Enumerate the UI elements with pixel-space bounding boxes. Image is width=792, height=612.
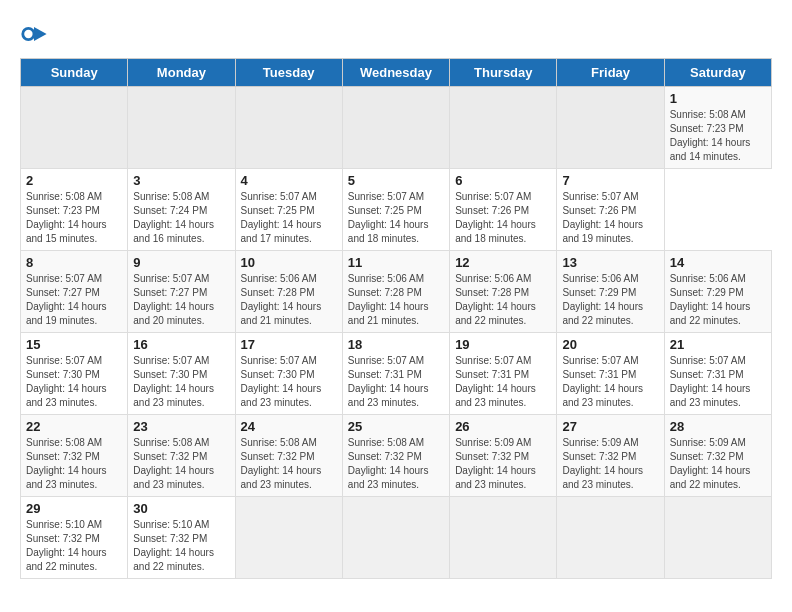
- day-info: Sunrise: 5:06 AMSunset: 7:28 PMDaylight:…: [241, 272, 337, 328]
- header: [20, 20, 772, 48]
- calendar-header: SundayMondayTuesdayWednesdayThursdayFrid…: [21, 59, 772, 87]
- day-info: Sunrise: 5:09 AMSunset: 7:32 PMDaylight:…: [670, 436, 766, 492]
- day-info: Sunrise: 5:07 AMSunset: 7:31 PMDaylight:…: [670, 354, 766, 410]
- calendar-cell: 14Sunrise: 5:06 AMSunset: 7:29 PMDayligh…: [664, 251, 771, 333]
- calendar-table: SundayMondayTuesdayWednesdayThursdayFrid…: [20, 58, 772, 579]
- header-day: Saturday: [664, 59, 771, 87]
- day-number: 2: [26, 173, 122, 188]
- day-info: Sunrise: 5:06 AMSunset: 7:28 PMDaylight:…: [348, 272, 444, 328]
- calendar-cell: 27Sunrise: 5:09 AMSunset: 7:32 PMDayligh…: [557, 415, 664, 497]
- day-info: Sunrise: 5:08 AMSunset: 7:24 PMDaylight:…: [133, 190, 229, 246]
- day-info: Sunrise: 5:09 AMSunset: 7:32 PMDaylight:…: [562, 436, 658, 492]
- day-info: Sunrise: 5:08 AMSunset: 7:32 PMDaylight:…: [348, 436, 444, 492]
- calendar-cell: [342, 87, 449, 169]
- calendar-cell: 5Sunrise: 5:07 AMSunset: 7:25 PMDaylight…: [342, 169, 449, 251]
- calendar-cell: 22Sunrise: 5:08 AMSunset: 7:32 PMDayligh…: [21, 415, 128, 497]
- day-info: Sunrise: 5:07 AMSunset: 7:30 PMDaylight:…: [26, 354, 122, 410]
- day-info: Sunrise: 5:08 AMSunset: 7:32 PMDaylight:…: [241, 436, 337, 492]
- day-info: Sunrise: 5:07 AMSunset: 7:25 PMDaylight:…: [241, 190, 337, 246]
- day-info: Sunrise: 5:06 AMSunset: 7:29 PMDaylight:…: [562, 272, 658, 328]
- calendar-cell: 20Sunrise: 5:07 AMSunset: 7:31 PMDayligh…: [557, 333, 664, 415]
- day-number: 24: [241, 419, 337, 434]
- day-number: 17: [241, 337, 337, 352]
- day-number: 7: [562, 173, 658, 188]
- calendar-cell: [450, 497, 557, 579]
- day-number: 19: [455, 337, 551, 352]
- calendar-cell: 7Sunrise: 5:07 AMSunset: 7:26 PMDaylight…: [557, 169, 664, 251]
- day-info: Sunrise: 5:08 AMSunset: 7:23 PMDaylight:…: [670, 108, 766, 164]
- calendar-cell: [21, 87, 128, 169]
- calendar-cell: [557, 87, 664, 169]
- calendar-week: 29Sunrise: 5:10 AMSunset: 7:32 PMDayligh…: [21, 497, 772, 579]
- calendar-cell: 24Sunrise: 5:08 AMSunset: 7:32 PMDayligh…: [235, 415, 342, 497]
- day-number: 25: [348, 419, 444, 434]
- day-number: 14: [670, 255, 766, 270]
- header-day: Monday: [128, 59, 235, 87]
- day-number: 18: [348, 337, 444, 352]
- day-info: Sunrise: 5:07 AMSunset: 7:26 PMDaylight:…: [455, 190, 551, 246]
- day-info: Sunrise: 5:07 AMSunset: 7:31 PMDaylight:…: [562, 354, 658, 410]
- day-number: 13: [562, 255, 658, 270]
- calendar-cell: 17Sunrise: 5:07 AMSunset: 7:30 PMDayligh…: [235, 333, 342, 415]
- day-info: Sunrise: 5:06 AMSunset: 7:29 PMDaylight:…: [670, 272, 766, 328]
- calendar-cell: [235, 87, 342, 169]
- header-day: Thursday: [450, 59, 557, 87]
- calendar-week: 2Sunrise: 5:08 AMSunset: 7:23 PMDaylight…: [21, 169, 772, 251]
- calendar-cell: 15Sunrise: 5:07 AMSunset: 7:30 PMDayligh…: [21, 333, 128, 415]
- day-number: 11: [348, 255, 444, 270]
- svg-marker-2: [34, 27, 47, 41]
- day-number: 20: [562, 337, 658, 352]
- calendar-cell: 30Sunrise: 5:10 AMSunset: 7:32 PMDayligh…: [128, 497, 235, 579]
- calendar-cell: 3Sunrise: 5:08 AMSunset: 7:24 PMDaylight…: [128, 169, 235, 251]
- day-number: 22: [26, 419, 122, 434]
- day-info: Sunrise: 5:07 AMSunset: 7:30 PMDaylight:…: [133, 354, 229, 410]
- day-number: 26: [455, 419, 551, 434]
- header-row: SundayMondayTuesdayWednesdayThursdayFrid…: [21, 59, 772, 87]
- calendar-body: 1Sunrise: 5:08 AMSunset: 7:23 PMDaylight…: [21, 87, 772, 579]
- day-number: 1: [670, 91, 766, 106]
- calendar-cell: [450, 87, 557, 169]
- day-info: Sunrise: 5:07 AMSunset: 7:27 PMDaylight:…: [133, 272, 229, 328]
- day-number: 8: [26, 255, 122, 270]
- header-day: Sunday: [21, 59, 128, 87]
- day-info: Sunrise: 5:07 AMSunset: 7:25 PMDaylight:…: [348, 190, 444, 246]
- day-number: 9: [133, 255, 229, 270]
- day-number: 29: [26, 501, 122, 516]
- header-day: Wednesday: [342, 59, 449, 87]
- calendar-cell: 18Sunrise: 5:07 AMSunset: 7:31 PMDayligh…: [342, 333, 449, 415]
- day-number: 16: [133, 337, 229, 352]
- calendar-cell: [342, 497, 449, 579]
- day-number: 10: [241, 255, 337, 270]
- day-number: 21: [670, 337, 766, 352]
- calendar-week: 8Sunrise: 5:07 AMSunset: 7:27 PMDaylight…: [21, 251, 772, 333]
- day-number: 4: [241, 173, 337, 188]
- calendar-cell: 19Sunrise: 5:07 AMSunset: 7:31 PMDayligh…: [450, 333, 557, 415]
- day-info: Sunrise: 5:07 AMSunset: 7:26 PMDaylight:…: [562, 190, 658, 246]
- calendar-cell: 13Sunrise: 5:06 AMSunset: 7:29 PMDayligh…: [557, 251, 664, 333]
- day-number: 6: [455, 173, 551, 188]
- calendar-cell: 25Sunrise: 5:08 AMSunset: 7:32 PMDayligh…: [342, 415, 449, 497]
- calendar-week: 1Sunrise: 5:08 AMSunset: 7:23 PMDaylight…: [21, 87, 772, 169]
- calendar-cell: 26Sunrise: 5:09 AMSunset: 7:32 PMDayligh…: [450, 415, 557, 497]
- calendar-cell: 10Sunrise: 5:06 AMSunset: 7:28 PMDayligh…: [235, 251, 342, 333]
- calendar-cell: 2Sunrise: 5:08 AMSunset: 7:23 PMDaylight…: [21, 169, 128, 251]
- day-number: 15: [26, 337, 122, 352]
- calendar-cell: 11Sunrise: 5:06 AMSunset: 7:28 PMDayligh…: [342, 251, 449, 333]
- calendar-week: 15Sunrise: 5:07 AMSunset: 7:30 PMDayligh…: [21, 333, 772, 415]
- calendar-cell: 1Sunrise: 5:08 AMSunset: 7:23 PMDaylight…: [664, 87, 771, 169]
- day-info: Sunrise: 5:06 AMSunset: 7:28 PMDaylight:…: [455, 272, 551, 328]
- day-info: Sunrise: 5:07 AMSunset: 7:31 PMDaylight:…: [455, 354, 551, 410]
- day-number: 5: [348, 173, 444, 188]
- calendar-cell: 29Sunrise: 5:10 AMSunset: 7:32 PMDayligh…: [21, 497, 128, 579]
- day-info: Sunrise: 5:08 AMSunset: 7:32 PMDaylight:…: [133, 436, 229, 492]
- day-info: Sunrise: 5:07 AMSunset: 7:27 PMDaylight:…: [26, 272, 122, 328]
- calendar-cell: [664, 497, 771, 579]
- day-info: Sunrise: 5:10 AMSunset: 7:32 PMDaylight:…: [133, 518, 229, 574]
- header-day: Friday: [557, 59, 664, 87]
- day-number: 3: [133, 173, 229, 188]
- calendar-cell: 23Sunrise: 5:08 AMSunset: 7:32 PMDayligh…: [128, 415, 235, 497]
- day-number: 27: [562, 419, 658, 434]
- day-number: 12: [455, 255, 551, 270]
- logo-icon: [20, 20, 48, 48]
- calendar-cell: [128, 87, 235, 169]
